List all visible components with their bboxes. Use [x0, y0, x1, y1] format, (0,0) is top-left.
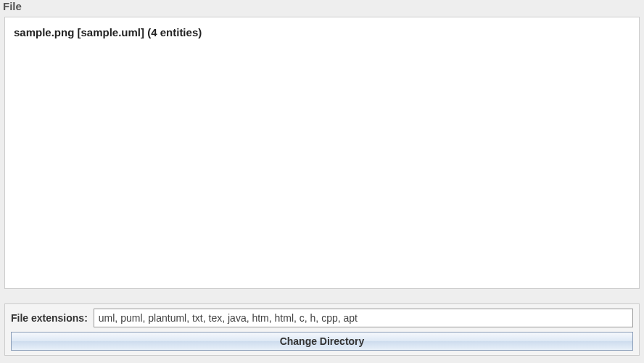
file-extensions-input[interactable] [94, 309, 633, 327]
bottom-panel: File extensions: Change Directory [4, 303, 640, 356]
section-title: File [0, 0, 644, 17]
change-directory-button[interactable]: Change Directory [11, 332, 633, 351]
file-extensions-label: File extensions: [11, 312, 88, 324]
file-list-item[interactable]: sample.png [sample.uml] (4 entities) [14, 26, 630, 38]
file-list-panel: sample.png [sample.uml] (4 entities) [4, 17, 640, 289]
